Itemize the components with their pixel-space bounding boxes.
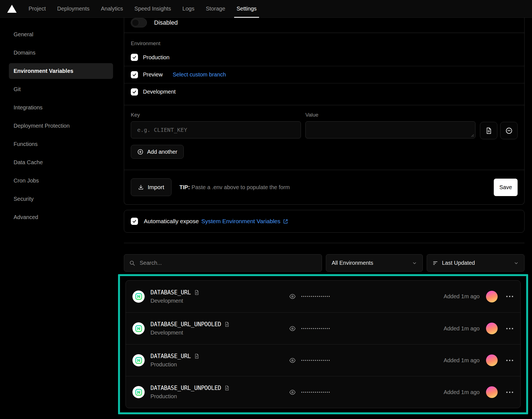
row-menu-button[interactable] (506, 294, 514, 299)
user-avatar (486, 386, 498, 398)
sidebar-item-advanced[interactable]: Advanced (9, 209, 113, 225)
env-var-environment: Development (150, 330, 289, 336)
environment-section-label: Environment (124, 40, 524, 47)
masked-value: ••••••••••••••• (301, 327, 331, 331)
sidebar-item-security[interactable]: Security (9, 191, 113, 207)
env-var-name: DATABASE_URL_UNPOOLED (150, 385, 221, 391)
env-var-info: DATABASE_URL_UNPOOLED Production (150, 385, 289, 400)
sidebar-item-git[interactable]: Git (9, 81, 113, 97)
disabled-toggle[interactable] (131, 18, 147, 27)
system-env-variables-link[interactable]: System Environment Variables (201, 218, 288, 225)
check-icon (132, 219, 137, 223)
search-input[interactable] (139, 259, 317, 266)
user-avatar (486, 323, 498, 334)
nav-item-deployments[interactable]: Deployments (57, 0, 89, 18)
sidebar-item-integrations[interactable]: Integrations (9, 100, 113, 115)
paste-env-file-button[interactable] (480, 122, 497, 139)
resize-grip-icon[interactable] (470, 133, 474, 137)
row-menu-button[interactable] (506, 358, 514, 363)
env-var-name: DATABASE_URL_UNPOOLED (150, 321, 221, 328)
environment-filter-dropdown[interactable]: All Environments (326, 254, 423, 272)
sidebar-item-data-cache[interactable]: Data Cache (9, 155, 113, 170)
environment-filter-value: All Environments (332, 260, 373, 266)
production-checkbox-label: Production (143, 54, 170, 61)
sidebar-item-environment-variables[interactable]: Environment Variables (9, 63, 113, 79)
row-menu-button[interactable] (506, 390, 514, 395)
sort-value: Last Updated (442, 260, 475, 266)
auto-expose-label: Automatically expose (144, 218, 199, 225)
remove-row-button[interactable] (500, 122, 518, 139)
nav-item-logs[interactable]: Logs (182, 0, 194, 18)
neon-integration-icon (132, 354, 145, 366)
nav-item-analytics[interactable]: Analytics (101, 0, 123, 18)
note-icon[interactable] (194, 353, 200, 359)
toggle-knob (132, 19, 139, 26)
sidebar-item-domains[interactable]: Domains (9, 45, 113, 61)
add-env-var-card: Disabled Environment Production Preview (124, 18, 525, 205)
import-button-label: Import (148, 184, 164, 191)
eye-icon[interactable] (289, 357, 296, 364)
env-var-row: DATABASE_URL_UNPOOLED Production ••••• (126, 376, 520, 408)
masked-value: ••••••••••••••• (301, 294, 331, 299)
import-button[interactable]: Import (131, 178, 172, 196)
environment-row-preview: Preview Select custom branch (124, 66, 524, 83)
nav-item-speed-insights[interactable]: Speed Insights (134, 0, 171, 18)
added-timestamp: Added 1m ago (444, 389, 480, 395)
sidebar-item-cron-jobs[interactable]: Cron Jobs (9, 173, 113, 189)
sort-dropdown[interactable]: Last Updated (427, 254, 525, 272)
select-custom-branch-link[interactable]: Select custom branch (173, 71, 226, 78)
value-input-box (305, 121, 475, 138)
sidebar-item-functions[interactable]: Functions (9, 136, 113, 152)
vercel-logo-icon[interactable] (7, 5, 17, 13)
value-label: Value (305, 112, 475, 118)
nav-item-settings[interactable]: Settings (237, 0, 257, 18)
nav-item-storage[interactable]: Storage (206, 0, 225, 18)
settings-sidebar: General Domains Environment Variables Gi… (9, 27, 113, 228)
sidebar-item-general[interactable]: General (9, 27, 113, 42)
filter-bar: All Environments Last Updated (124, 254, 525, 272)
external-link-icon (283, 219, 288, 224)
search-box (124, 254, 322, 272)
env-var-list: DATABASE_URL Development ••••••••••••• (126, 280, 521, 408)
add-another-button[interactable]: Add another (131, 145, 184, 159)
check-icon (132, 55, 137, 60)
nav-item-project[interactable]: Project (29, 0, 46, 18)
eye-icon[interactable] (289, 293, 296, 300)
neon-integration-icon (132, 386, 145, 398)
plus-circle-icon (137, 149, 144, 155)
download-icon (138, 184, 144, 190)
masked-value: ••••••••••••••• (301, 390, 331, 394)
environment-row-development: Development (124, 83, 524, 100)
development-checkbox-label: Development (143, 89, 176, 95)
env-var-info: DATABASE_URL Production (150, 353, 289, 368)
sort-icon (433, 260, 438, 266)
environment-variables-panel: Disabled Environment Production Preview (124, 18, 525, 414)
row-menu-button[interactable] (506, 326, 514, 331)
sensitive-toggle-section: Disabled (124, 18, 524, 33)
document-icon (485, 127, 492, 134)
env-var-environment: Development (150, 298, 289, 304)
env-var-row: DATABASE_URL_UNPOOLED Development •••• (126, 312, 520, 344)
note-icon[interactable] (194, 290, 200, 295)
note-icon[interactable] (224, 385, 230, 391)
user-avatar (486, 354, 498, 366)
note-icon[interactable] (224, 322, 230, 327)
system-env-card: Automatically expose System Environment … (124, 210, 525, 233)
eye-icon[interactable] (289, 325, 296, 332)
env-var-name: DATABASE_URL (150, 353, 191, 359)
sidebar-item-deployment-protection[interactable]: Deployment Protection (9, 118, 113, 134)
key-value-section: Key Value (124, 105, 524, 170)
value-input[interactable] (311, 126, 470, 133)
env-var-name: DATABASE_URL (150, 289, 191, 296)
auto-expose-checkbox[interactable] (131, 218, 138, 225)
env-var-row: DATABASE_URL Development ••••••••••••• (126, 281, 520, 312)
production-checkbox[interactable] (131, 54, 138, 61)
eye-icon[interactable] (289, 389, 296, 396)
save-button[interactable]: Save (494, 179, 518, 196)
preview-checkbox-label: Preview (143, 71, 163, 78)
preview-checkbox[interactable] (131, 71, 138, 78)
development-checkbox[interactable] (131, 88, 138, 96)
env-var-environment: Production (150, 393, 289, 400)
chevron-down-icon (514, 261, 519, 266)
key-input[interactable] (137, 126, 295, 133)
